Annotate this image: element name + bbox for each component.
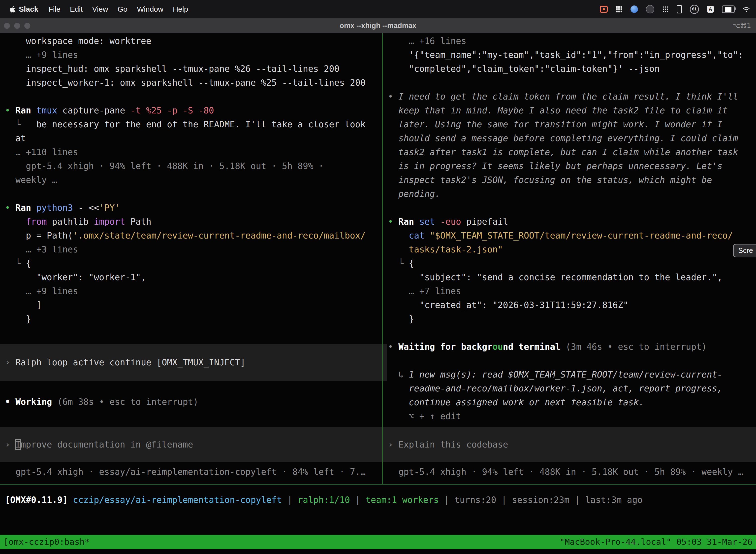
text-segment: I <box>15 440 20 449</box>
text-segment: from <box>26 217 47 227</box>
text-segment: session:23m <box>512 495 569 505</box>
text-segment: } <box>388 314 414 324</box>
terminal-blank-line <box>388 201 756 215</box>
terminal-line: keep that in mind. Maybe I also need the… <box>388 104 756 117</box>
text-segment: mprove documentation in @filename <box>20 440 193 449</box>
text-segment: python3 <box>36 203 73 213</box>
text-segment: (3m 46s • esc to interrupt) <box>566 342 707 352</box>
text-segment: should send a message before completing … <box>388 133 738 143</box>
terminal-line: ↳ 1 new msg(s): read $OMX_TEAM_STATE_ROO… <box>388 368 756 382</box>
wifi-icon[interactable] <box>743 6 750 12</box>
menu-file[interactable]: File <box>44 5 65 13</box>
text-segment: -euo <box>440 217 461 227</box>
text-segment: • <box>388 217 398 227</box>
menu-go[interactable]: Go <box>113 5 132 13</box>
composer-input-left[interactable]: › Improve documentation in @filename <box>0 427 387 462</box>
terminal-line: should send a message before completing … <box>388 131 756 145</box>
battery-icon[interactable] <box>722 5 735 13</box>
terminal-line: "subject": "send a concise recommendatio… <box>388 270 756 284</box>
text-segment: Ran <box>398 217 419 227</box>
text-segment: • <box>5 203 15 213</box>
terminal-line: • Waiting for background terminal (3m 46… <box>388 340 756 354</box>
text-segment: └ <box>388 258 409 268</box>
tmux-pane-left[interactable]: workspace_mode: worktree … +9 lines insp… <box>0 33 387 485</box>
text-segment: • <box>388 92 398 102</box>
text-segment: … +110 lines <box>5 147 78 157</box>
menu-help[interactable]: Help <box>168 5 193 13</box>
terminal-line: inspect task2's JSON, focusing on the st… <box>388 173 756 187</box>
ralph-loop-banner[interactable]: › Ralph loop active continue [OMX_TMUX_I… <box>0 344 387 381</box>
dark-app-icon[interactable] <box>646 5 654 13</box>
menubar-menus: FileEditViewGoWindowHelp <box>44 5 193 13</box>
text-segment: └ <box>5 258 26 268</box>
terminal-line: … +9 lines <box>5 48 387 62</box>
terminal-blank-line <box>5 326 387 340</box>
menu-edit[interactable]: Edit <box>65 5 87 13</box>
terminal-line: • Ran python3 - <<'PY' <box>5 201 387 215</box>
text-segment: ralph:1/10 <box>298 495 350 505</box>
menu-view[interactable]: View <box>87 5 113 13</box>
text-segment: workspace_mode: worktree <box>5 36 151 46</box>
text-segment: '.omx/state/team/review-current-readme-a… <box>73 231 366 240</box>
terminal-line: inspect_worker-1: omx sparkshell --tmux-… <box>5 76 387 90</box>
text-segment: | <box>496 495 512 505</box>
text-segment: › <box>5 440 15 449</box>
menu-window[interactable]: Window <box>132 5 168 13</box>
terminal-line: '{"team_name":"my-team","task_id":"1","f… <box>388 48 756 62</box>
menubar-left: Slack FileEditViewGoWindowHelp <box>0 0 193 18</box>
band-text: › Improve documentation in @filename <box>5 438 193 451</box>
menubar: Slack FileEditViewGoWindowHelp 61 A <box>0 0 756 18</box>
text-segment: ↳ <box>388 370 409 380</box>
terminal-line: readme-and-reco/mailbox/worker-1.json, a… <box>388 382 756 395</box>
dots-grid-icon[interactable] <box>662 6 669 12</box>
terminal-line: at <box>5 131 387 145</box>
text-segment: } <box>5 314 31 324</box>
text-segment: "created_at": "2026-03-31T11:59:27.816Z" <box>388 300 628 310</box>
battery-percent-circle-icon[interactable]: 61 <box>690 5 699 14</box>
spacer <box>5 462 387 465</box>
terminal-line: "created_at": "2026-03-31T11:59:27.816Z" <box>388 298 756 312</box>
text-segment: pipefail <box>461 217 508 227</box>
blue-app-icon[interactable] <box>630 5 638 13</box>
text-segment: | <box>439 495 454 505</box>
terminal-line: gpt-5.4 xhigh · 94% left · 488K in · 5.1… <box>5 159 387 173</box>
terminal-blank-line <box>388 76 756 90</box>
input-source-icon[interactable]: A <box>707 6 714 13</box>
menu-app-name[interactable]: Slack <box>15 5 44 13</box>
text-segment: ] <box>5 300 42 310</box>
tmux-pane-divider-horizontal <box>0 484 756 485</box>
text-segment: task2 after task1 is complete, but can I… <box>388 147 738 157</box>
text-segment: { <box>409 258 414 268</box>
text-segment: cat <box>409 231 424 240</box>
terminal-line: … +16 lines <box>388 34 756 48</box>
text-segment: "subject": "send a concise recommendatio… <box>388 272 722 282</box>
tmux-pane-divider-vertical[interactable] <box>382 33 383 484</box>
text-segment: -t %25 -p -S -80 <box>130 106 214 115</box>
window-grid-icon[interactable] <box>616 6 623 13</box>
terminal-line: is in progress? It seems likely but perh… <box>388 159 756 173</box>
terminal-line: later. Using the same for transition mig… <box>388 117 756 131</box>
terminal-line: └ { <box>5 257 387 270</box>
terminal-line: } <box>388 312 756 326</box>
text-segment: … +3 lines <box>5 244 78 255</box>
spacer <box>388 423 756 427</box>
terminal-line: } <box>5 312 387 326</box>
text-segment: "worker": "worker-1", <box>5 272 146 282</box>
omx-status-line: [OMX#0.11.9] cczip/essay/ai-reimplementa… <box>5 493 643 507</box>
apple-menu-icon[interactable] <box>0 5 15 13</box>
text-segment: last:3m ago <box>585 495 643 505</box>
text-segment: … +9 lines <box>5 286 78 296</box>
tmux-status-bar: [omx-cczip0:bash* "MacBook-Pro-44.local"… <box>0 535 756 549</box>
text-segment: gpt-5.4 xhigh · 94% left · 488K in · 5.1… <box>5 161 324 171</box>
terminal-line: … +110 lines <box>5 145 387 159</box>
terminal-line: ] <box>5 298 387 312</box>
text-segment: pending. <box>388 189 440 199</box>
terminal-line: "worker": "worker-1", <box>5 270 387 284</box>
phone-mirroring-icon[interactable] <box>677 5 682 13</box>
tmux-pane-right[interactable]: … +16 lines '{"team_name":"my-team","tas… <box>383 33 756 485</box>
composer-input-right[interactable]: › Explain this codebase <box>383 427 756 462</box>
screen-recording-indicator-icon[interactable] <box>600 6 608 13</box>
text-segment: Ran <box>15 106 36 115</box>
text-segment: team:1 workers <box>366 495 439 505</box>
terminal-line: p = Path('.omx/state/team/review-current… <box>5 229 387 242</box>
